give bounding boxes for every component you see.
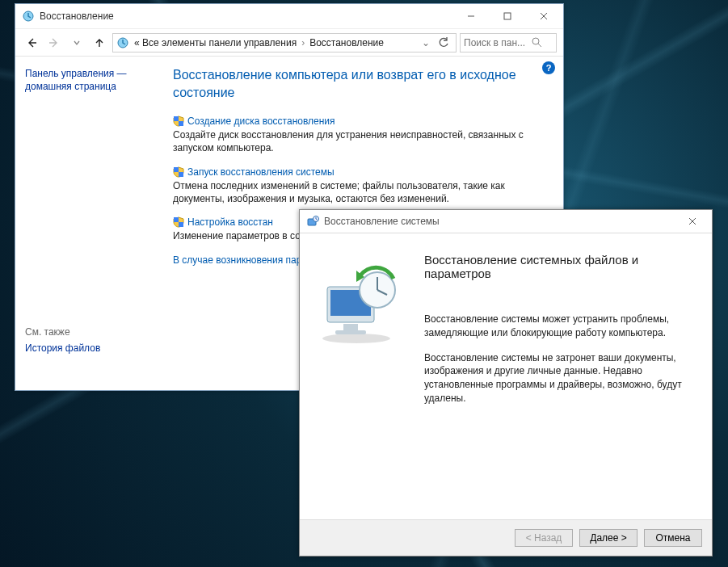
svg-rect-12 [174, 217, 179, 222]
wiz-title: Восстановление системы [324, 216, 674, 227]
page-heading: Восстановление компьютера или возврат ег… [173, 66, 520, 101]
breadcrumb-current[interactable]: Восстановление [309, 37, 384, 48]
option-desc: Создайте диск восстановления для устране… [173, 128, 532, 154]
wiz-close-button[interactable] [674, 210, 710, 233]
wiz-content: Восстановление системных файлов и параме… [421, 233, 712, 519]
uac-shield-icon [173, 166, 184, 178]
svg-rect-10 [174, 167, 179, 172]
minimize-button[interactable] [452, 5, 489, 27]
wiz-footer: < Назад Далее > Отмена [300, 520, 712, 556]
search-icon [532, 37, 542, 48]
restore-illustration-icon [316, 259, 405, 348]
svg-rect-9 [179, 121, 183, 126]
cp-title: Восстановление [40, 10, 452, 22]
maximize-button[interactable] [489, 5, 525, 27]
svg-point-6 [532, 38, 539, 44]
wiz-paragraph: Восстановление системы может устранить п… [424, 313, 694, 340]
cp-navbar: « Все элементы панели управления › Восст… [15, 28, 563, 56]
wiz-heading: Восстановление системных файлов и параме… [424, 253, 694, 280]
wiz-paragraph: Восстановление системы не затронет ваши … [424, 351, 694, 405]
sidebar-file-history-link[interactable]: История файлов [25, 342, 163, 354]
svg-rect-22 [335, 330, 366, 334]
option-system-restore: Запуск восстановления системы Отмена пос… [173, 166, 532, 205]
nav-up-button[interactable] [90, 33, 109, 52]
help-button[interactable]: ? [542, 61, 555, 74]
svg-line-7 [538, 44, 541, 47]
option-desc: Отмена последних изменений в системе; фа… [173, 179, 532, 205]
svg-rect-2 [504, 13, 511, 19]
option-link[interactable]: Запуск восстановления системы [187, 166, 335, 178]
svg-rect-8 [174, 116, 179, 121]
back-button: < Назад [515, 529, 573, 547]
restore-icon [306, 215, 319, 228]
uac-shield-icon [173, 216, 184, 228]
wiz-body: Восстановление системных файлов и параме… [300, 233, 712, 520]
chevron-right-icon: › [301, 37, 305, 48]
nav-recent-button[interactable] [67, 33, 86, 52]
svg-rect-21 [343, 324, 358, 330]
nav-forward-button[interactable] [44, 33, 64, 52]
cancel-button[interactable]: Отмена [644, 529, 702, 547]
option-create-recovery-drive: Создание диска восстановления Создайте д… [173, 116, 532, 154]
svg-rect-13 [179, 222, 183, 227]
next-button[interactable]: Далее > [579, 529, 638, 547]
option-link[interactable]: Создание диска восстановления [187, 116, 335, 127]
sidebar-home-link-b[interactable]: домашняя страница [25, 81, 163, 92]
close-button[interactable] [525, 5, 562, 27]
refresh-button[interactable] [435, 37, 452, 48]
option-link[interactable]: Настройка восстан [187, 216, 273, 228]
svg-rect-11 [179, 172, 183, 177]
address-bar[interactable]: « Все элементы панели управления › Восст… [112, 33, 457, 52]
wiz-titlebar[interactable]: Восстановление системы [300, 210, 712, 233]
system-restore-wizard: Восстановление системы Восстановление си… [299, 209, 713, 556]
breadcrumb-root[interactable]: « Все элементы панели управления [134, 37, 297, 48]
nav-back-button[interactable] [22, 33, 41, 52]
svg-point-18 [322, 334, 390, 343]
uac-shield-icon [173, 116, 184, 127]
cp-sidebar: Панель управления — домашняя страница См… [15, 57, 173, 390]
recovery-icon [116, 36, 129, 49]
chevron-down-icon[interactable]: ⌄ [422, 37, 430, 48]
recovery-icon [22, 10, 35, 23]
search-input[interactable] [464, 37, 528, 48]
search-box[interactable] [460, 33, 557, 52]
wiz-illustration [300, 233, 421, 519]
sidebar-home-link-a[interactable]: Панель управления — [25, 68, 163, 79]
sidebar-see-also: См. также [25, 326, 163, 338]
cp-titlebar[interactable]: Восстановление [15, 4, 563, 28]
